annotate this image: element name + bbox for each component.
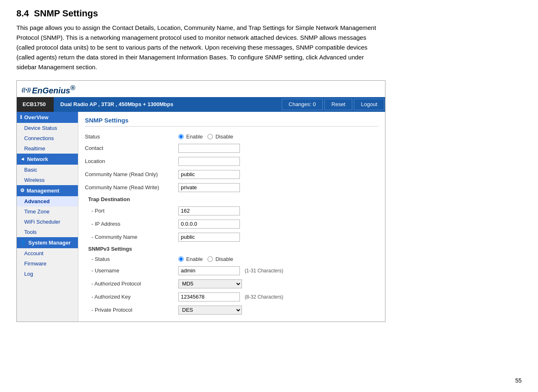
document-content: 8.4 SNMP Settings This page allows you t… <box>16 8 385 72</box>
label-community-read-only: Community Name (Read Only) <box>85 168 175 181</box>
sidebar-item-tools[interactable]: Tools <box>17 227 78 237</box>
radio-enable[interactable] <box>178 134 184 139</box>
sidebar-section-title-management[interactable]: ⚙ Management <box>17 185 78 196</box>
sidebar-item-connections[interactable]: Connections <box>17 133 78 143</box>
label-auth-key: - Authorized Key <box>85 290 175 304</box>
input-contact[interactable] <box>178 144 240 153</box>
select-auth-protocol[interactable]: MD5 SHA <box>178 279 242 288</box>
auth-key-hint: (8-32 Characters) <box>245 294 283 300</box>
engenius-logo: ((•)) EnGenius® <box>22 84 75 95</box>
sidebar-item-log[interactable]: Log <box>17 269 78 279</box>
sidebar-item-account[interactable]: Account <box>17 248 78 258</box>
sidebar-section-management: ⚙ Management Advanced Time Zone WiFi Sch… <box>17 185 78 237</box>
section-snmpv3: SNMPv3 Settings <box>85 244 378 254</box>
page-number: 55 <box>515 377 522 384</box>
value-location <box>175 155 378 168</box>
field-snmpv3-status: - Status Enable Disable <box>85 254 378 264</box>
value-private-protocol: DES AES <box>175 304 378 317</box>
sidebar-section-system-manager: 👤 System Manager Account Firmware Log <box>17 237 78 279</box>
sidebar-item-realtime[interactable]: Realtime <box>17 143 78 154</box>
label-ip-address: - IP Address <box>85 218 175 231</box>
label-contact: Contact <box>85 142 175 155</box>
input-port[interactable] <box>178 206 240 215</box>
field-username: - Username (1-31 Characters) <box>85 264 378 277</box>
sidebar-item-device-status[interactable]: Device Status <box>17 123 78 133</box>
section-heading: SNMP Settings <box>34 8 98 18</box>
network-label: Network <box>27 156 48 162</box>
system-manager-icon: 👤 <box>20 240 26 245</box>
main-layout: ℹ OverView Device Status Connections Rea… <box>17 112 385 322</box>
input-username[interactable] <box>178 266 240 275</box>
select-private-protocol[interactable]: DES AES <box>178 306 242 315</box>
sidebar-item-wireless[interactable]: Wireless <box>17 175 78 185</box>
sidebar-section-network: ◄ Network Basic Wireless <box>17 154 78 185</box>
network-icon: ◄ <box>20 156 25 162</box>
section-body: This page allows you to assign the Conta… <box>16 23 385 72</box>
radio-disable-label[interactable]: Disable <box>207 134 233 140</box>
radio-snmpv3-disable-label[interactable]: Disable <box>207 256 233 262</box>
username-hint: (1-31 Characters) <box>245 268 283 274</box>
label-username: - Username <box>85 264 175 277</box>
label-community-read-write: Community Name (Read Write) <box>85 181 175 194</box>
radio-snmpv3-enable[interactable] <box>178 256 184 262</box>
value-auth-key: (8-32 Characters) <box>175 290 378 304</box>
label-port: - Port <box>85 204 175 218</box>
radio-disable[interactable] <box>207 134 213 139</box>
input-trap-community-name[interactable] <box>178 233 240 242</box>
label-trap-community-name: - Community Name <box>85 231 175 244</box>
sidebar-section-overview: ℹ OverView Device Status Connections Rea… <box>17 112 78 154</box>
wifi-icon: ((•)) <box>22 86 31 93</box>
changes-button[interactable]: Changes: 0 <box>282 99 323 110</box>
value-auth-protocol: MD5 SHA <box>175 277 378 290</box>
section-number: 8.4 <box>16 8 29 18</box>
section-label-trap: Trap Destination <box>85 194 378 204</box>
input-community-read-only[interactable] <box>178 170 240 179</box>
input-community-read-write[interactable] <box>178 183 240 192</box>
value-trap-community-name <box>175 231 378 244</box>
field-trap-community-name: - Community Name <box>85 231 378 244</box>
value-community-read-write <box>175 181 378 194</box>
value-port <box>175 204 378 218</box>
router-subtitle: Dual Radio AP , 3T3R , 450Mbps + 1300Mbp… <box>54 101 281 107</box>
label-private-protocol: - Private Protocol <box>85 304 175 317</box>
sidebar-section-title-overview[interactable]: ℹ OverView <box>17 112 78 123</box>
logo-text: EnGenius® <box>32 84 75 95</box>
sidebar-item-firmware[interactable]: Firmware <box>17 258 78 269</box>
field-ip-address: - IP Address <box>85 218 378 231</box>
overview-icon: ℹ <box>20 114 22 120</box>
sidebar-item-basic[interactable]: Basic <box>17 165 78 175</box>
sidebar-section-title-system-manager[interactable]: 👤 System Manager <box>17 237 78 248</box>
top-nav-buttons: Changes: 0 Reset Logout <box>281 99 385 110</box>
radio-snmpv3-disable[interactable] <box>207 256 213 262</box>
field-status: Status Enable Disable <box>85 131 378 142</box>
logout-button[interactable]: Logout <box>354 99 384 110</box>
sidebar: ℹ OverView Device Status Connections Rea… <box>17 112 78 322</box>
value-contact <box>175 142 378 155</box>
model-label: ECB1750 <box>17 97 54 112</box>
label-snmpv3-status: - Status <box>85 254 175 264</box>
sidebar-section-title-network[interactable]: ◄ Network <box>17 154 78 165</box>
section-label-snmpv3: SNMPv3 Settings <box>85 244 378 254</box>
field-port: - Port <box>85 204 378 218</box>
field-auth-protocol: - Authorized Protocol MD5 SHA <box>85 277 378 290</box>
field-auth-key: - Authorized Key (8-32 Characters) <box>85 290 378 304</box>
radio-snmpv3-enable-label[interactable]: Enable <box>178 256 203 262</box>
top-nav-bar: ECB1750 Dual Radio AP , 3T3R , 450Mbps +… <box>17 97 385 112</box>
sidebar-item-timezone[interactable]: Time Zone <box>17 206 78 217</box>
reset-button[interactable]: Reset <box>324 99 352 110</box>
input-location[interactable] <box>178 157 240 166</box>
radio-enable-label[interactable]: Enable <box>178 134 203 140</box>
sidebar-item-advanced[interactable]: Advanced <box>17 196 78 206</box>
sidebar-item-wifi-scheduler[interactable]: WiFi Scheduler <box>17 217 78 227</box>
field-private-protocol: - Private Protocol DES AES <box>85 304 378 317</box>
field-contact: Contact <box>85 142 378 155</box>
system-manager-label: System Manager <box>28 240 71 246</box>
input-ip-address[interactable] <box>178 220 240 229</box>
input-auth-key[interactable] <box>178 292 240 301</box>
router-header: ((•)) EnGenius® <box>17 81 385 97</box>
value-status: Enable Disable <box>175 131 378 142</box>
snmp-form-table: Status Enable Disable <box>85 131 378 317</box>
management-icon: ⚙ <box>20 188 25 193</box>
field-community-read-write: Community Name (Read Write) <box>85 181 378 194</box>
label-location: Location <box>85 155 175 168</box>
